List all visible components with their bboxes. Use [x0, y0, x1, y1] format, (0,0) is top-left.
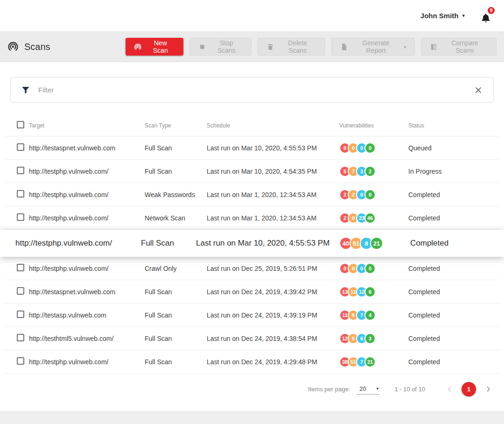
table-body: http://testaspnet.vulnweb.com Full Scan …: [5, 136, 499, 374]
close-icon[interactable]: [474, 85, 483, 95]
previous-page-button[interactable]: [446, 386, 453, 393]
table-row[interactable]: http://testhtml5.vulnweb.com/ Full Scan …: [5, 327, 499, 350]
notifications-button[interactable]: 9: [478, 8, 494, 24]
row-status: Completed: [408, 265, 499, 272]
pagination-range: 1 - 10 of 10: [394, 386, 425, 393]
row-vulnerabilities: 2 0 23 46: [339, 212, 408, 224]
scan-target-icon: [7, 41, 19, 52]
row-target: http://testaspnet.vulnweb.com: [29, 144, 145, 152]
table-header: Target Scan Type Schedule Vulnerabilitie…: [5, 115, 499, 136]
next-page-button[interactable]: [484, 386, 492, 393]
row-target: http://testasp.vulnweb.com: [29, 311, 145, 319]
table-row[interactable]: http://testphp.vulnweb.com/ Weak Passwor…: [5, 183, 499, 206]
row-checkbox[interactable]: [17, 357, 24, 365]
row-checkbox[interactable]: [17, 287, 24, 295]
row-scan-type: Full Scan: [145, 358, 207, 366]
row-scan-type: Full Scan: [145, 288, 207, 296]
row-target: http://testhtml5.vulnweb.com/: [29, 335, 145, 342]
row-checkbox[interactable]: [17, 264, 24, 271]
table-row[interactable]: http://testphp.vulnweb.com/ Full Scan La…: [5, 160, 499, 183]
low-count-badge: 0: [364, 263, 376, 274]
row-scan-type: Full Scan: [145, 144, 207, 152]
row-vulnerabilities: 0 0 0 0: [339, 263, 408, 274]
row-status: In Progress: [408, 168, 499, 175]
delete-scans-label: Delete Scans: [279, 39, 316, 54]
stop-scans-button[interactable]: Stop Scans: [189, 38, 252, 56]
table-row[interactable]: http://testphp.vulnweb.com/ Full Scan La…: [5, 350, 499, 374]
row-schedule: Last run on Mar 10, 2020, 4:54:35 PM: [207, 168, 339, 175]
toolbar-buttons: New Scan Stop Scans Delete Scans Generat…: [126, 38, 497, 56]
table-row[interactable]: http://testaspnet.vulnweb.com Full Scan …: [5, 280, 499, 304]
low-count-badge: 0: [364, 189, 376, 200]
row-schedule: Last run on Mar 10, 2020, 4:55:53 PM: [196, 239, 339, 248]
low-count-badge: 2: [364, 166, 376, 177]
low-count-badge: 3: [364, 333, 376, 344]
row-vulnerabilities: 11 9 7 4: [339, 310, 408, 321]
table-row[interactable]: http://testphp.vulnweb.com/ Full Scan La…: [0, 230, 504, 257]
row-scan-type: Network Scan: [145, 214, 207, 222]
row-status: Queued: [408, 144, 499, 152]
pagination: Items per page: 20 ▾ 1 - 10 of 10 1: [0, 374, 504, 396]
filter-bar[interactable]: Filter: [10, 77, 494, 103]
row-vulnerabilities: 38 51 7 21: [339, 356, 408, 367]
compare-scans-button[interactable]: Compare Scans: [421, 38, 497, 56]
app-window: John Smith ▾ 9 Scans: [0, 0, 504, 424]
row-schedule: Last run on Dec 24, 2019, 4:38:54 PM: [207, 335, 339, 342]
row-scan-type: Full Scan: [145, 311, 207, 319]
row-target: http://testphp.vulnweb.com/: [29, 191, 145, 198]
generate-report-button[interactable]: Generate Report ▾: [331, 38, 415, 56]
delete-scans-button[interactable]: Delete Scans: [258, 38, 325, 56]
row-status: Completed: [408, 214, 499, 222]
column-header-status: Status: [408, 122, 499, 129]
row-schedule: Last run on Dec 24, 2019, 4:39:19 PM: [207, 311, 339, 319]
items-per-page-select[interactable]: 20 ▾: [357, 384, 379, 395]
column-header-scan-type: Scan Type: [145, 122, 207, 129]
row-checkbox[interactable]: [17, 190, 24, 198]
items-per-page-label: Items per page:: [308, 386, 350, 393]
current-page-button[interactable]: 1: [462, 382, 476, 396]
row-target: http://testphp.vulnweb.com/: [29, 358, 145, 366]
new-scan-label: New Scan: [146, 39, 175, 54]
table-row[interactable]: http://testphp.vulnweb.com/ Crawl Only L…: [5, 257, 499, 280]
chevron-down-icon: ▾: [404, 44, 406, 49]
row-status: Completed: [408, 358, 499, 366]
row-schedule: Last run on Mar 1, 2020, 12:34:53 AM: [207, 214, 339, 222]
row-checkbox[interactable]: [17, 167, 24, 174]
row-status: Completed: [408, 311, 499, 319]
report-icon: [340, 43, 348, 51]
row-vulnerabilities: 13 11 12 6: [339, 286, 408, 297]
row-checkbox[interactable]: [17, 311, 24, 318]
row-checkbox[interactable]: [17, 143, 24, 151]
column-header-vulnerabilities: Vulnerabilities: [339, 122, 408, 129]
select-all-checkbox[interactable]: [17, 121, 24, 128]
user-name: John Smith: [420, 12, 459, 20]
filter-placeholder: Filter: [38, 86, 466, 94]
user-menu[interactable]: John Smith ▾: [420, 12, 465, 20]
row-status: Completed: [408, 288, 499, 296]
row-schedule: Last run on Dec 25, 2019, 5:26:51 PM: [207, 265, 339, 272]
stop-scans-label: Stop Scans: [210, 39, 243, 54]
table-row[interactable]: http://testasp.vulnweb.com Full Scan Las…: [5, 304, 499, 327]
row-target: http://testphp.vulnweb.com/: [29, 214, 145, 222]
column-header-target: Target: [29, 122, 145, 129]
column-header-schedule: Schedule: [207, 122, 339, 129]
table-row[interactable]: http://testphp.vulnweb.com/ Network Scan…: [5, 206, 499, 230]
chevron-left-icon: [446, 386, 453, 393]
low-count-badge: 21: [364, 356, 376, 367]
row-scan-type: Full Scan: [141, 239, 196, 248]
row-vulnerabilities: 12 5 6 3: [339, 333, 408, 344]
top-bar: John Smith ▾ 9: [0, 0, 504, 31]
main-content: Filter Target Scan Type Schedule Vulnera…: [0, 62, 504, 411]
row-vulnerabilities: 0 0 0 0: [339, 142, 408, 154]
row-checkbox[interactable]: [17, 334, 24, 341]
row-schedule: Last run on Dec 24, 2019, 4:29:48 PM: [207, 358, 339, 366]
new-scan-button[interactable]: New Scan: [126, 38, 183, 56]
row-vulnerabilities: 5 7 3 2: [339, 166, 408, 177]
table-row[interactable]: http://testaspnet.vulnweb.com Full Scan …: [5, 136, 499, 160]
row-scan-type: Weak Passwords: [145, 191, 207, 198]
page-title-group: Scans: [7, 41, 126, 52]
compare-icon: [430, 43, 438, 51]
row-checkbox[interactable]: [17, 213, 24, 221]
row-status: Completed: [408, 335, 499, 342]
row-target: http://testphp.vulnweb.com/: [29, 265, 145, 272]
